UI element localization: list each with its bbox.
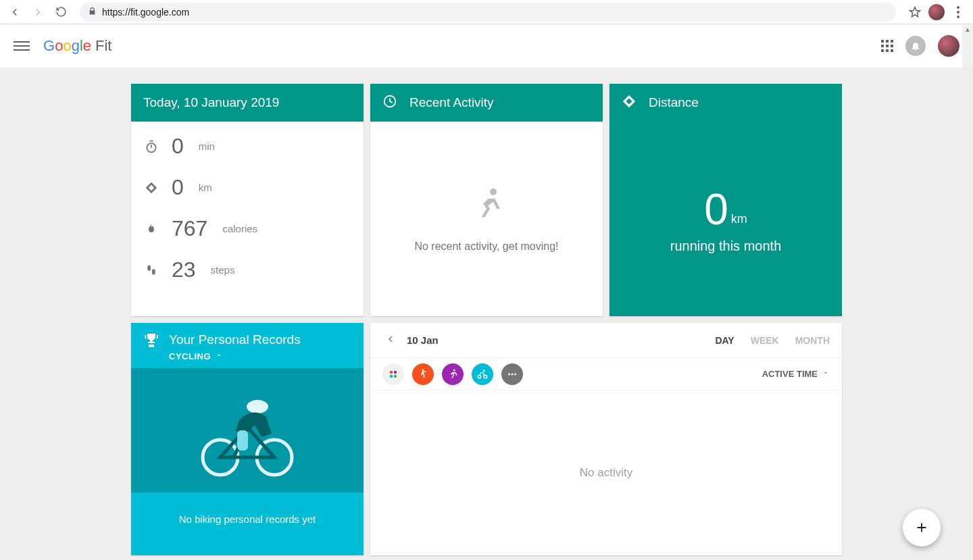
- cycling-illustration: [131, 368, 364, 492]
- trophy-icon: [143, 332, 159, 351]
- stat-steps: 23 steps: [131, 249, 364, 290]
- timeline-date[interactable]: 10 Jan: [407, 334, 439, 346]
- distance-value: 0: [172, 175, 184, 200]
- diamond-icon: [622, 94, 637, 112]
- svg-point-11: [390, 374, 393, 378]
- timeline-empty-text: No activity: [580, 466, 632, 480]
- records-empty-text: No biking personal records yet: [179, 513, 316, 525]
- chevron-down-icon: [822, 369, 830, 379]
- flame-icon: [143, 222, 159, 236]
- svg-point-2: [152, 269, 155, 274]
- distance-big-value: 0: [704, 184, 728, 234]
- stat-calories: 767 calories: [131, 208, 364, 249]
- records-title: Your Personal Records: [169, 332, 301, 347]
- timeline-prev-button[interactable]: [382, 331, 399, 350]
- lock-icon: [88, 7, 97, 18]
- svg-point-18: [508, 373, 510, 375]
- recent-activity-card[interactable]: Recent Activity No recent activity, get …: [370, 84, 603, 316]
- metric-dropdown[interactable]: ACTIVE TIME: [762, 369, 830, 379]
- distance-title: Distance: [649, 95, 699, 110]
- steps-unit: steps: [211, 264, 235, 276]
- stat-distance: 0 km: [131, 167, 364, 208]
- runner-icon: [466, 185, 507, 228]
- svg-point-15: [478, 375, 481, 378]
- minutes-unit: min: [199, 141, 215, 152]
- records-sport-label: CYCLING: [169, 351, 211, 361]
- browser-toolbar: https://fit.google.com: [0, 0, 973, 24]
- filter-more[interactable]: [501, 363, 523, 385]
- svg-point-19: [512, 373, 514, 375]
- svg-point-13: [422, 369, 424, 371]
- filter-biking[interactable]: [472, 363, 493, 385]
- chevron-down-icon: [215, 351, 223, 361]
- recent-title: Recent Activity: [409, 95, 494, 110]
- today-title: Today, 10 January 2019: [143, 95, 279, 110]
- svg-point-14: [453, 369, 455, 371]
- svg-point-20: [514, 373, 516, 375]
- browser-menu-button[interactable]: [949, 3, 968, 22]
- svg-point-12: [394, 374, 397, 378]
- reload-button[interactable]: [51, 3, 70, 22]
- menu-button[interactable]: [14, 38, 30, 54]
- forward-button[interactable]: [28, 3, 47, 22]
- filter-running[interactable]: [442, 363, 464, 385]
- back-button[interactable]: [5, 3, 24, 22]
- distance-card-header: Distance: [609, 84, 842, 122]
- range-week[interactable]: WEEK: [751, 335, 779, 346]
- personal-records-card[interactable]: Your Personal Records CYCLING: [131, 323, 364, 555]
- distance-unit: km: [199, 182, 212, 193]
- clock-icon: [382, 94, 397, 112]
- distance-big-unit: km: [731, 212, 747, 226]
- url-text: https://fit.google.com: [102, 7, 189, 18]
- product-name: Fit: [95, 37, 111, 55]
- records-sport-dropdown[interactable]: CYCLING: [169, 351, 301, 361]
- distance-caption: running this month: [670, 238, 782, 254]
- svg-rect-8: [237, 430, 248, 451]
- recent-card-header: Recent Activity: [370, 84, 603, 122]
- steps-value: 23: [172, 257, 196, 282]
- today-card-header: Today, 10 January 2019: [131, 84, 364, 122]
- app-header: Google Fit: [0, 24, 973, 68]
- filter-walking[interactable]: [412, 363, 434, 385]
- svg-point-4: [490, 188, 497, 195]
- address-bar[interactable]: https://fit.google.com: [80, 3, 896, 22]
- svg-point-1: [147, 265, 151, 270]
- calories-unit: calories: [222, 223, 257, 234]
- bookmark-star-icon[interactable]: [905, 3, 924, 22]
- metric-label: ACTIVE TIME: [762, 369, 818, 379]
- stopwatch-icon: [143, 140, 159, 153]
- diamond-icon: [143, 181, 159, 195]
- footsteps-icon: [143, 263, 159, 277]
- range-month[interactable]: MONTH: [795, 335, 830, 346]
- svg-point-9: [390, 370, 393, 374]
- svg-point-17: [483, 370, 485, 372]
- add-activity-fab[interactable]: [903, 509, 941, 546]
- today-card[interactable]: Today, 10 January 2019 0 min 0 km: [131, 84, 364, 316]
- svg-point-10: [394, 370, 397, 374]
- profile-avatar[interactable]: [928, 4, 945, 20]
- stat-minutes: 0 min: [131, 126, 364, 167]
- range-day[interactable]: DAY: [715, 335, 734, 346]
- apps-launcher-icon[interactable]: [881, 40, 893, 52]
- app-logo[interactable]: Google Fit: [43, 37, 111, 55]
- timeline-card: 10 Jan DAY WEEK MONTH: [370, 323, 842, 555]
- main-content: Today, 10 January 2019 0 min 0 km: [0, 68, 973, 560]
- google-logo: Google: [43, 37, 91, 55]
- scroll-up-icon: ▲: [964, 26, 971, 33]
- recent-empty-text: No recent activity, get moving!: [414, 240, 558, 253]
- distance-card[interactable]: Distance 0 km running this month: [609, 84, 842, 316]
- filter-all[interactable]: [382, 363, 404, 385]
- calories-value: 767: [172, 216, 207, 241]
- notifications-icon[interactable]: [905, 36, 926, 56]
- account-avatar[interactable]: [938, 35, 959, 57]
- minutes-value: 0: [172, 134, 184, 159]
- svg-point-7: [247, 400, 268, 413]
